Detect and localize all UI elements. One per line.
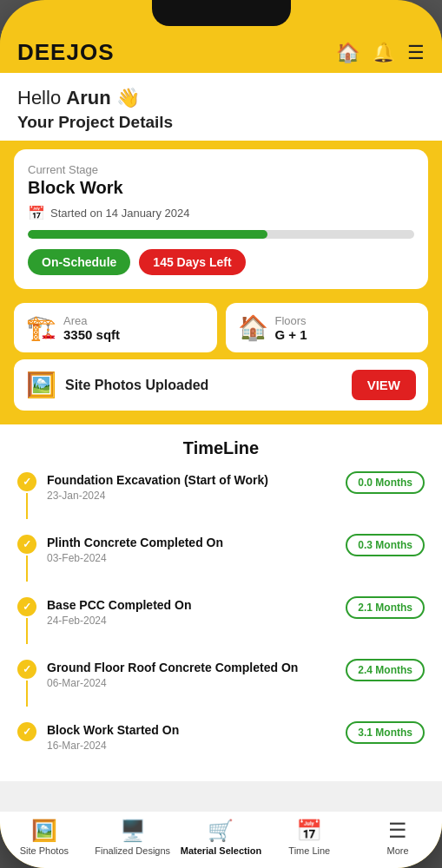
timeline-list: ✓ Foundation Excavation (Start of Work) … <box>17 472 425 752</box>
floors-label: Floors <box>275 314 307 327</box>
timeline-date: 23-Jan-2024 <box>47 490 346 502</box>
phone-notch <box>152 0 291 26</box>
time-line-nav-icon: 📅 <box>296 819 322 843</box>
days-left-badge: 145 Days Left <box>139 249 245 275</box>
hello-label: Hello <box>17 87 61 108</box>
timeline-content: Block Work Started On 16-Mar-2024 <box>47 722 346 752</box>
timeline-line <box>26 681 28 707</box>
timeline-check: ✓ <box>17 722 36 741</box>
floors-value: G + 1 <box>275 327 307 342</box>
bell-icon[interactable]: 🔔 <box>372 42 395 64</box>
timeline-title: TimeLine <box>17 438 425 458</box>
timeline-months: 2.1 Months <box>346 599 425 615</box>
current-stage-label: Current Stage <box>28 163 414 176</box>
nav-item-more[interactable]: ☰ More <box>353 819 442 856</box>
project-details-title: Your Project Details <box>17 113 425 132</box>
timeline-content: Ground Floor Roof Concrete Completed On … <box>47 660 346 689</box>
area-label: Area <box>63 314 120 327</box>
info-row: 🏗️ Area 3350 sqft 🏠 Floors G + 1 <box>0 303 442 352</box>
main-scroll: Hello Arun 👋 Your Project Details Curren… <box>0 73 442 811</box>
timeline-date: 06-Mar-2024 <box>47 677 346 689</box>
material-selection-nav-icon: 🛒 <box>208 819 234 843</box>
floors-info: Floors G + 1 <box>275 314 307 342</box>
timeline-line <box>26 493 28 519</box>
area-value: 3350 sqft <box>63 327 120 342</box>
nav-item-time-line[interactable]: 📅 Time Line <box>265 819 353 856</box>
user-name: Arun <box>66 87 110 108</box>
app-header: DEEJOS 🏠 🔔 ☰ <box>0 30 442 73</box>
view-button[interactable]: VIEW <box>352 370 416 400</box>
timeline-section: TimeLine ✓ Foundation Excavation (Start … <box>0 424 442 781</box>
timeline-check: ✓ <box>17 472 36 491</box>
floors-card: 🏠 Floors G + 1 <box>226 303 429 352</box>
area-info: Area 3350 sqft <box>63 314 120 342</box>
timeline-check: ✓ <box>17 597 36 616</box>
timeline-left: ✓ <box>17 722 36 741</box>
material-selection-nav-label: Material Selection <box>181 845 262 856</box>
photos-label: Site Photos Uploaded <box>65 378 208 393</box>
months-badge: 0.0 Months <box>346 471 425 494</box>
menu-icon[interactable]: ☰ <box>407 42 425 64</box>
timeline-line <box>26 618 28 644</box>
card-badges: On-Schedule 145 Days Left <box>28 249 414 275</box>
timeline-date: 03-Feb-2024 <box>47 552 346 564</box>
timeline-event: Plinth Concrete Completed On <box>47 535 346 550</box>
site-photos-nav-icon: 🖼️ <box>31 819 57 843</box>
timeline-date: 24-Feb-2024 <box>47 615 346 627</box>
months-badge: 2.4 Months <box>346 659 425 681</box>
nav-item-finalized-designs[interactable]: 🖥️ Finalized Designs <box>89 819 177 856</box>
timeline-row: Plinth Concrete Completed On 03-Feb-2024… <box>47 535 425 564</box>
site-photos-left: 🖼️ Site Photos Uploaded <box>26 371 208 399</box>
timeline-item: ✓ Ground Floor Roof Concrete Completed O… <box>17 660 425 707</box>
timeline-event: Foundation Excavation (Start of Work) <box>47 472 346 488</box>
home-icon[interactable]: 🏠 <box>336 42 360 64</box>
timeline-date: 16-Mar-2024 <box>47 740 346 752</box>
timeline-item: ✓ Base PCC Completed On 24-Feb-2024 2.1 … <box>17 597 425 644</box>
time-line-nav-label: Time Line <box>288 845 330 856</box>
project-card: Current Stage Block Work 📅 Started on 14… <box>0 141 442 303</box>
finalized-designs-nav-label: Finalized Designs <box>95 845 170 856</box>
more-nav-label: More <box>387 845 409 856</box>
months-badge: 2.1 Months <box>346 596 425 619</box>
wave-emoji: 👋 <box>116 87 140 108</box>
nav-item-site-photos[interactable]: 🖼️ Site Photos <box>0 819 89 856</box>
timeline-event: Base PCC Completed On <box>47 597 346 613</box>
timeline-row: Ground Floor Roof Concrete Completed On … <box>47 660 425 689</box>
greeting-section: Hello Arun 👋 Your Project Details <box>0 73 442 141</box>
started-on-text: Started on 14 January 2024 <box>50 207 189 220</box>
area-icon: 🏗️ <box>26 313 56 342</box>
site-photos-nav-label: Site Photos <box>20 845 69 856</box>
more-nav-icon: ☰ <box>388 819 407 843</box>
site-photos-row: 🖼️ Site Photos Uploaded VIEW <box>0 352 442 424</box>
timeline-months: 0.0 Months <box>346 474 425 490</box>
timeline-check: ✓ <box>17 535 36 554</box>
photos-icon: 🖼️ <box>26 371 56 399</box>
phone-frame: DEEJOS 🏠 🔔 ☰ Hello Arun 👋 Your Project D… <box>0 0 442 868</box>
greeting-text: Hello Arun 👋 <box>17 87 425 109</box>
timeline-left: ✓ <box>17 597 36 644</box>
card-inner: Current Stage Block Work 📅 Started on 14… <box>14 149 428 289</box>
timeline-left: ✓ <box>17 535 36 582</box>
timeline-check: ✓ <box>17 660 36 679</box>
timeline-content: Foundation Excavation (Start of Work) 23… <box>47 472 346 502</box>
timeline-line <box>26 556 28 582</box>
area-card: 🏗️ Area 3350 sqft <box>14 303 217 352</box>
started-on: 📅 Started on 14 January 2024 <box>28 205 414 221</box>
timeline-item: ✓ Block Work Started On 16-Mar-2024 3.1 … <box>17 722 425 752</box>
months-badge: 0.3 Months <box>346 534 425 556</box>
nav-item-material-selection[interactable]: 🛒 Material Selection <box>177 819 266 856</box>
floors-icon: 🏠 <box>238 313 268 342</box>
timeline-event: Ground Floor Roof Concrete Completed On <box>47 660 346 675</box>
timeline-row: Base PCC Completed On 24-Feb-2024 2.1 Mo… <box>47 597 425 627</box>
progress-bar-bg <box>28 230 414 239</box>
timeline-row: Block Work Started On 16-Mar-2024 3.1 Mo… <box>47 722 425 752</box>
months-badge: 3.1 Months <box>346 721 425 744</box>
timeline-item: ✓ Foundation Excavation (Start of Work) … <box>17 472 425 519</box>
timeline-row: Foundation Excavation (Start of Work) 23… <box>47 472 425 502</box>
timeline-content: Plinth Concrete Completed On 03-Feb-2024 <box>47 535 346 564</box>
on-schedule-badge: On-Schedule <box>28 249 130 275</box>
calendar-icon: 📅 <box>28 205 45 221</box>
site-photos-card: 🖼️ Site Photos Uploaded VIEW <box>14 359 428 411</box>
timeline-content: Base PCC Completed On 24-Feb-2024 <box>47 597 346 627</box>
header-icons: 🏠 🔔 ☰ <box>336 42 425 64</box>
